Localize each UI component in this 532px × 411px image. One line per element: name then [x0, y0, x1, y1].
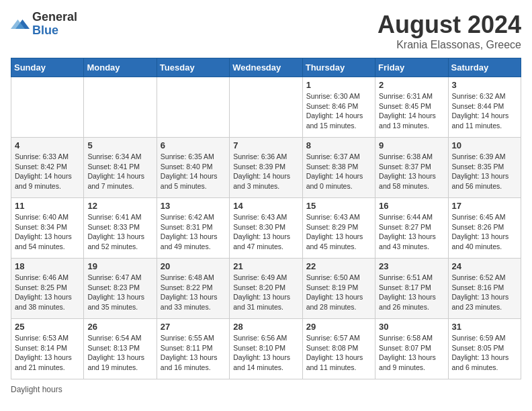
day-number: 11	[15, 201, 80, 211]
day-info: Sunrise: 6:37 AMSunset: 8:38 PMDaylight:…	[306, 152, 371, 191]
day-info: Sunrise: 6:50 AMSunset: 8:19 PMDaylight:…	[306, 273, 371, 312]
week-row-3: 11Sunrise: 6:40 AMSunset: 8:34 PMDayligh…	[11, 198, 521, 259]
calendar-cell: 19Sunrise: 6:47 AMSunset: 8:23 PMDayligh…	[84, 259, 157, 319]
day-info: Sunrise: 6:31 AMSunset: 8:45 PMDaylight:…	[379, 91, 444, 131]
day-info: Sunrise: 6:56 AMSunset: 8:10 PMDaylight:…	[233, 333, 298, 373]
day-info: Sunrise: 6:33 AMSunset: 8:42 PMDaylight:…	[15, 152, 80, 191]
day-number: 21	[233, 261, 298, 271]
day-number: 7	[233, 140, 298, 150]
calendar-cell: 2Sunrise: 6:31 AMSunset: 8:45 PMDaylight…	[375, 77, 448, 138]
day-number: 13	[161, 201, 226, 211]
calendar-cell: 10Sunrise: 6:39 AMSunset: 8:35 PMDayligh…	[448, 138, 521, 198]
calendar-cell: 28Sunrise: 6:56 AMSunset: 8:10 PMDayligh…	[230, 319, 302, 379]
day-info: Sunrise: 6:34 AMSunset: 8:41 PMDaylight:…	[87, 152, 152, 191]
day-number: 20	[161, 261, 226, 271]
day-info: Sunrise: 6:44 AMSunset: 8:27 PMDaylight:…	[379, 212, 444, 252]
day-number: 1	[306, 80, 371, 90]
calendar-cell: 3Sunrise: 6:32 AMSunset: 8:44 PMDaylight…	[448, 77, 521, 138]
weekday-header-wednesday: Wednesday	[230, 58, 302, 77]
day-info: Sunrise: 6:57 AMSunset: 8:08 PMDaylight:…	[306, 333, 371, 373]
week-row-4: 18Sunrise: 6:46 AMSunset: 8:25 PMDayligh…	[11, 259, 521, 319]
day-info: Sunrise: 6:36 AMSunset: 8:39 PMDaylight:…	[233, 152, 298, 191]
location-subtitle: Krania Elassonas, Greece	[378, 39, 521, 51]
day-number: 29	[306, 322, 371, 332]
day-number: 12	[87, 201, 152, 211]
daylight-label: Daylight hours	[11, 385, 62, 394]
day-info: Sunrise: 6:51 AMSunset: 8:17 PMDaylight:…	[379, 273, 444, 312]
day-info: Sunrise: 6:39 AMSunset: 8:35 PMDaylight:…	[452, 152, 517, 191]
calendar-cell: 27Sunrise: 6:55 AMSunset: 8:11 PMDayligh…	[157, 319, 229, 379]
week-row-2: 4Sunrise: 6:33 AMSunset: 8:42 PMDaylight…	[11, 138, 521, 198]
day-info: Sunrise: 6:30 AMSunset: 8:46 PMDaylight:…	[306, 91, 371, 131]
calendar-cell: 18Sunrise: 6:46 AMSunset: 8:25 PMDayligh…	[11, 259, 84, 319]
day-number: 27	[161, 322, 226, 332]
calendar-cell: 9Sunrise: 6:38 AMSunset: 8:37 PMDaylight…	[375, 138, 448, 198]
calendar-cell: 29Sunrise: 6:57 AMSunset: 8:08 PMDayligh…	[302, 319, 375, 379]
day-info: Sunrise: 6:43 AMSunset: 8:30 PMDaylight:…	[233, 212, 298, 252]
day-info: Sunrise: 6:42 AMSunset: 8:31 PMDaylight:…	[161, 212, 226, 252]
day-number: 24	[452, 261, 517, 271]
day-info: Sunrise: 6:52 AMSunset: 8:16 PMDaylight:…	[452, 273, 517, 312]
weekday-header-row: SundayMondayTuesdayWednesdayThursdayFrid…	[11, 58, 521, 77]
day-info: Sunrise: 6:48 AMSunset: 8:22 PMDaylight:…	[161, 273, 226, 312]
calendar-cell	[11, 77, 84, 138]
week-row-1: 1Sunrise: 6:30 AMSunset: 8:46 PMDaylight…	[11, 77, 521, 138]
calendar-cell: 11Sunrise: 6:40 AMSunset: 8:34 PMDayligh…	[11, 198, 84, 259]
month-year-title: August 2024	[378, 11, 521, 39]
calendar-cell	[230, 77, 302, 138]
logo-icon	[11, 15, 30, 34]
calendar-cell: 14Sunrise: 6:43 AMSunset: 8:30 PMDayligh…	[230, 198, 302, 259]
day-info: Sunrise: 6:35 AMSunset: 8:40 PMDaylight:…	[161, 152, 226, 191]
day-number: 30	[379, 322, 444, 332]
day-info: Sunrise: 6:49 AMSunset: 8:20 PMDaylight:…	[233, 273, 298, 312]
day-number: 25	[15, 322, 80, 332]
day-number: 28	[233, 322, 298, 332]
day-number: 8	[306, 140, 371, 150]
day-number: 16	[379, 201, 444, 211]
calendar-cell: 30Sunrise: 6:58 AMSunset: 8:07 PMDayligh…	[375, 319, 448, 379]
logo: General Blue	[11, 11, 77, 38]
calendar-cell: 5Sunrise: 6:34 AMSunset: 8:41 PMDaylight…	[84, 138, 157, 198]
title-section: August 2024 Krania Elassonas, Greece	[378, 11, 521, 51]
day-number: 4	[15, 140, 80, 150]
calendar-cell: 1Sunrise: 6:30 AMSunset: 8:46 PMDaylight…	[302, 77, 375, 138]
calendar-cell: 13Sunrise: 6:42 AMSunset: 8:31 PMDayligh…	[157, 198, 229, 259]
day-info: Sunrise: 6:58 AMSunset: 8:07 PMDaylight:…	[379, 333, 444, 373]
weekday-header-friday: Friday	[375, 58, 448, 77]
calendar-cell: 8Sunrise: 6:37 AMSunset: 8:38 PMDaylight…	[302, 138, 375, 198]
day-info: Sunrise: 6:59 AMSunset: 8:05 PMDaylight:…	[452, 333, 517, 373]
calendar-cell: 4Sunrise: 6:33 AMSunset: 8:42 PMDaylight…	[11, 138, 84, 198]
footer: Daylight hours	[11, 385, 521, 394]
calendar-cell: 26Sunrise: 6:54 AMSunset: 8:13 PMDayligh…	[84, 319, 157, 379]
calendar-cell: 22Sunrise: 6:50 AMSunset: 8:19 PMDayligh…	[302, 259, 375, 319]
calendar-cell: 21Sunrise: 6:49 AMSunset: 8:20 PMDayligh…	[230, 259, 302, 319]
weekday-header-sunday: Sunday	[11, 58, 84, 77]
calendar-cell	[157, 77, 229, 138]
weekday-header-thursday: Thursday	[302, 58, 375, 77]
day-number: 15	[306, 201, 371, 211]
calendar-cell: 16Sunrise: 6:44 AMSunset: 8:27 PMDayligh…	[375, 198, 448, 259]
day-number: 14	[233, 201, 298, 211]
logo-text: General Blue	[32, 11, 77, 38]
day-number: 17	[452, 201, 517, 211]
day-info: Sunrise: 6:40 AMSunset: 8:34 PMDaylight:…	[15, 212, 80, 252]
logo-general-text: General	[32, 11, 77, 24]
day-info: Sunrise: 6:38 AMSunset: 8:37 PMDaylight:…	[379, 152, 444, 191]
day-number: 3	[452, 80, 517, 90]
day-info: Sunrise: 6:53 AMSunset: 8:14 PMDaylight:…	[15, 333, 80, 373]
calendar-cell: 6Sunrise: 6:35 AMSunset: 8:40 PMDaylight…	[157, 138, 229, 198]
day-info: Sunrise: 6:43 AMSunset: 8:29 PMDaylight:…	[306, 212, 371, 252]
day-number: 9	[379, 140, 444, 150]
day-number: 2	[379, 80, 444, 90]
day-info: Sunrise: 6:47 AMSunset: 8:23 PMDaylight:…	[87, 273, 152, 312]
weekday-header-tuesday: Tuesday	[157, 58, 229, 77]
calendar-table: SundayMondayTuesdayWednesdayThursdayFrid…	[11, 58, 521, 379]
calendar-cell: 15Sunrise: 6:43 AMSunset: 8:29 PMDayligh…	[302, 198, 375, 259]
calendar-cell: 23Sunrise: 6:51 AMSunset: 8:17 PMDayligh…	[375, 259, 448, 319]
calendar-cell: 12Sunrise: 6:41 AMSunset: 8:33 PMDayligh…	[84, 198, 157, 259]
day-info: Sunrise: 6:45 AMSunset: 8:26 PMDaylight:…	[452, 212, 517, 252]
day-number: 19	[87, 261, 152, 271]
logo-blue-text: Blue	[32, 24, 77, 38]
weekday-header-saturday: Saturday	[448, 58, 521, 77]
calendar-cell: 17Sunrise: 6:45 AMSunset: 8:26 PMDayligh…	[448, 198, 521, 259]
